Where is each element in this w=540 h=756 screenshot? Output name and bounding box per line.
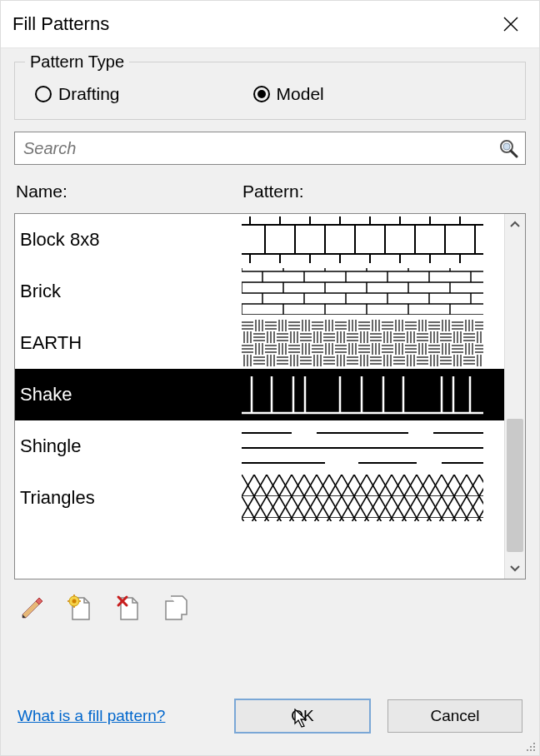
svg-rect-119 — [527, 749, 528, 751]
radio-model-label: Model — [277, 84, 324, 104]
search-icon — [498, 138, 518, 158]
help-link[interactable]: What is a fill pattern? — [18, 707, 218, 725]
scroll-up-icon[interactable] — [505, 214, 525, 236]
cancel-button[interactable]: Cancel — [388, 699, 522, 733]
column-name: Name: — [16, 182, 242, 201]
pattern-swatch-shake — [242, 371, 504, 418]
svg-point-108 — [72, 599, 77, 604]
dialog-title: Fill Patterns — [12, 13, 494, 35]
pattern-list[interactable]: Block 8x8 — [15, 214, 504, 579]
new-button[interactable] — [64, 593, 96, 624]
ok-button-label: OK — [291, 707, 313, 725]
search-button[interactable] — [492, 132, 525, 164]
list-item-label: EARTH — [15, 332, 242, 354]
column-headers: Name: Pattern: — [14, 177, 526, 201]
list-item[interactable]: Brick — [15, 266, 504, 317]
radio-model[interactable]: Model — [253, 84, 324, 104]
svg-rect-120 — [530, 749, 532, 751]
pattern-type-legend: Pattern Type — [25, 52, 129, 72]
new-page-icon — [66, 594, 94, 623]
dialog-body: Pattern Type Drafting Model — [1, 48, 539, 755]
radio-icon — [253, 86, 270, 102]
svg-rect-78 — [242, 320, 483, 366]
cancel-button-label: Cancel — [430, 707, 479, 725]
svg-rect-118 — [533, 746, 535, 748]
pattern-toolbar — [14, 591, 526, 624]
list-item-label: Shingle — [15, 435, 242, 457]
search-box — [14, 132, 526, 165]
pattern-swatch-block8x8 — [242, 216, 504, 263]
svg-marker-104 — [22, 601, 39, 618]
duplicate-page-icon — [162, 594, 191, 623]
list-item-label: Triangles — [15, 487, 242, 509]
scroll-thumb[interactable] — [507, 419, 523, 552]
search-input[interactable] — [15, 132, 492, 164]
pattern-list-container: Block 8x8 — [14, 213, 526, 579]
fill-patterns-dialog: Fill Patterns Pattern Type Drafting Mode… — [0, 0, 540, 756]
delete-button[interactable] — [112, 593, 144, 624]
pattern-swatch-brick — [242, 268, 504, 315]
pattern-swatch-earth — [242, 320, 504, 366]
svg-rect-116 — [533, 743, 535, 744]
column-pattern: Pattern: — [242, 182, 524, 201]
svg-line-4 — [511, 151, 517, 157]
duplicate-button[interactable] — [161, 593, 192, 624]
list-item-label: Brick — [15, 281, 242, 302]
list-empty-area — [15, 524, 504, 574]
list-item[interactable]: Block 8x8 — [15, 214, 504, 266]
title-bar: Fill Patterns — [1, 1, 539, 48]
list-item-label: Shake — [15, 384, 242, 405]
resize-grip-icon[interactable] — [525, 741, 537, 753]
close-button[interactable] — [494, 7, 528, 41]
pattern-type-group: Pattern Type Drafting Model — [14, 62, 526, 120]
edit-button[interactable] — [16, 593, 48, 624]
svg-point-3 — [503, 143, 510, 150]
list-item-label: Block 8x8 — [15, 229, 242, 251]
scroll-down-icon[interactable] — [505, 557, 525, 579]
dialog-footer: What is a fill pattern? OK Cancel — [14, 697, 526, 742]
pencil-icon — [18, 594, 46, 623]
svg-rect-121 — [533, 749, 535, 751]
radio-drafting[interactable]: Drafting — [35, 84, 120, 104]
ok-button[interactable]: OK — [234, 699, 371, 734]
list-item[interactable]: Triangles — [15, 472, 504, 524]
scroll-track[interactable] — [505, 236, 525, 557]
list-item[interactable]: Shingle — [15, 420, 504, 472]
list-item[interactable]: Shake — [15, 369, 504, 420]
svg-rect-103 — [242, 475, 483, 521]
list-item[interactable]: EARTH — [15, 317, 504, 369]
close-icon — [503, 17, 518, 32]
radio-icon — [35, 86, 52, 102]
pattern-swatch-shingle — [242, 423, 504, 470]
radio-drafting-label: Drafting — [58, 84, 120, 104]
svg-rect-117 — [530, 746, 532, 748]
pattern-swatch-triangles — [242, 475, 504, 521]
scrollbar[interactable] — [504, 214, 525, 579]
delete-page-icon — [114, 594, 142, 623]
